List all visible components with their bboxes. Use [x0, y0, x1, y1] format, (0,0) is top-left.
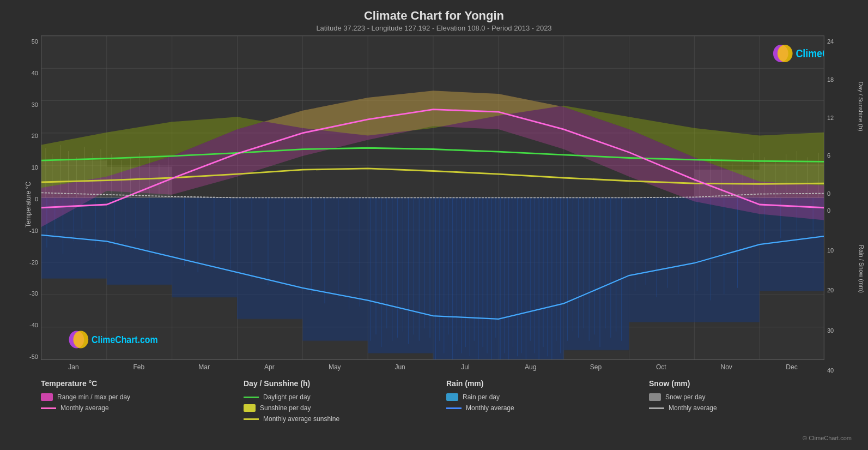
legend-title-snow: Snow (mm) — [649, 379, 852, 388]
legend-item-daylight: Daylight per day — [244, 393, 446, 401]
legend-line-rain-avg — [446, 407, 462, 409]
legend-title-temp: Temperature °C — [41, 379, 244, 388]
x-tick-jun: Jun — [367, 363, 433, 371]
legend-item-temp-avg: Monthly average — [41, 404, 244, 412]
x-tick-aug: Aug — [498, 363, 563, 371]
y-axis-left: Temperature °C 50 40 30 20 10 0 -10 -20 … — [11, 35, 41, 374]
legend-line-sunshine-avg — [244, 418, 259, 420]
svg-rect-30 — [302, 198, 368, 341]
chart-inner: ClimeChart.com ClimeChart.com Jan Feb Ma… — [41, 35, 824, 374]
svg-rect-35 — [629, 198, 694, 322]
x-tick-jan: Jan — [41, 363, 106, 371]
svg-text:ClimeChart.com: ClimeChart.com — [92, 334, 157, 345]
svg-rect-33 — [499, 198, 564, 360]
legend-col-sunshine: Day / Sunshine (h) Daylight per day Suns… — [244, 379, 446, 445]
legend-item-temp-range: Range min / max per day — [41, 393, 244, 401]
legend-line-snow-avg — [649, 407, 664, 409]
legend-item-rain-avg: Monthly average — [446, 404, 649, 412]
x-tick-dec: Dec — [759, 363, 824, 371]
y-axis-right: 24 18 12 6 0 0 10 20 30 40 Day / Sunshin… — [824, 35, 857, 374]
legend-item-rain-per-day: Rain per day — [446, 393, 649, 401]
chart-svg: ClimeChart.com ClimeChart.com — [41, 36, 824, 359]
svg-text:ClimeChart.com: ClimeChart.com — [796, 47, 824, 59]
chart-canvas: ClimeChart.com ClimeChart.com — [41, 35, 824, 360]
x-tick-feb: Feb — [106, 363, 172, 371]
chart-area: Temperature °C 50 40 30 20 10 0 -10 -20 … — [11, 35, 857, 374]
y-right-label-top: Day / Sunshine (h) — [857, 81, 864, 131]
chart-title: Climate Chart for Yongin — [11, 9, 857, 23]
legend-col-rain: Rain (mm) Rain per day Monthly average — [446, 379, 649, 445]
legend-col-temperature: Temperature °C Range min / max per day M… — [41, 379, 244, 445]
legend-swatch-temp-range — [41, 393, 53, 401]
svg-rect-27 — [107, 198, 172, 285]
svg-point-163 — [73, 331, 88, 349]
x-tick-jul: Jul — [433, 363, 498, 371]
x-tick-sep: Sep — [563, 363, 629, 371]
x-tick-mar: Mar — [172, 363, 237, 371]
x-tick-may: May — [302, 363, 367, 371]
legend-swatch-snow — [649, 393, 661, 401]
legend-item-snow-avg: Monthly average — [649, 404, 852, 412]
legend-item-snow-per-day: Snow per day — [649, 393, 852, 401]
y-right-label-bottom: Rain / Snow (mm) — [858, 245, 865, 293]
x-tick-apr: Apr — [236, 363, 302, 371]
legend-title-rain: Rain (mm) — [446, 379, 649, 388]
legend-line-daylight — [244, 397, 259, 398]
legend-swatch-sunshine — [244, 404, 256, 412]
svg-rect-32 — [433, 198, 499, 360]
svg-rect-31 — [368, 198, 433, 353]
x-tick-nov: Nov — [694, 363, 759, 371]
svg-rect-28 — [172, 198, 238, 297]
legend-swatch-rain — [446, 393, 458, 401]
legend-area: Temperature °C Range min / max per day M… — [11, 374, 857, 445]
page-wrapper: Climate Chart for Yongin Latitude 37.223… — [0, 0, 868, 450]
x-tick-oct: Oct — [628, 363, 694, 371]
chart-header: Climate Chart for Yongin Latitude 37.223… — [11, 5, 857, 33]
x-axis: Jan Feb Mar Apr May Jun Jul Aug Sep Oct … — [41, 360, 824, 374]
legend-item-sunshine-per-day: Sunshine per day — [244, 404, 446, 412]
svg-rect-34 — [564, 198, 629, 350]
legend-title-sunshine: Day / Sunshine (h) — [244, 379, 446, 388]
copyright: © ClimeChart.com — [803, 435, 852, 441]
svg-point-160 — [778, 45, 793, 62]
legend-item-sunshine-avg: Monthly average sunshine — [244, 415, 446, 423]
chart-subtitle: Latitude 37.223 - Longitude 127.192 - El… — [11, 24, 857, 32]
y-left-label: Temperature °C — [25, 182, 32, 227]
svg-rect-29 — [237, 198, 302, 319]
legend-line-temp-avg — [41, 407, 56, 409]
